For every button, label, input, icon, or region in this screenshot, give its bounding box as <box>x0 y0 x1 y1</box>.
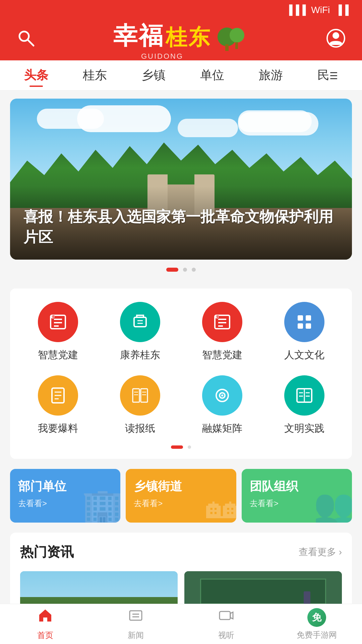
news-icon <box>128 607 144 627</box>
dot-2 <box>183 268 187 272</box>
home-icon <box>37 607 53 627</box>
icon-label-rongmei: 融媒矩阵 <box>202 422 242 435</box>
icon-label-kangyang: 康养桂东 <box>120 348 160 362</box>
icon-circle-kangyang <box>120 302 160 342</box>
svg-rect-25 <box>298 323 303 329</box>
svg-rect-31 <box>133 389 139 402</box>
video-icon <box>218 607 234 627</box>
svg-rect-26 <box>306 323 311 329</box>
app-guidong-label: GUIDONG <box>141 52 183 61</box>
icon-circle-wenming <box>284 375 324 416</box>
svg-rect-24 <box>306 315 311 321</box>
svg-text:党: 党 <box>216 315 219 319</box>
icon-item-dubaozhiue[interactable]: 读报纸 <box>99 375 181 435</box>
battery-icon: ▐▐ <box>335 5 349 15</box>
bottom-nav-home-label: 首页 <box>37 630 53 641</box>
bottom-nav-video-label: 视听 <box>218 630 234 641</box>
banner-dots <box>0 268 362 272</box>
dot-1 <box>166 268 178 272</box>
icon-label-zhihuidangjian2: 智慧党建 <box>202 348 242 362</box>
bottom-nav-news[interactable]: 新闻 <box>90 607 181 641</box>
icon-item-renwenwenhua[interactable]: 人文文化 <box>263 302 345 362</box>
icon-item-zhihuidangjian1[interactable]: 党 智慧党建 <box>17 302 99 362</box>
nav-tab-lvyou[interactable]: 旅游 <box>253 64 288 86</box>
icon-label-renwenwenhua: 人文文化 <box>284 348 324 362</box>
nav-tab-toutiao[interactable]: 头条 <box>19 64 54 86</box>
svg-rect-4 <box>225 44 229 51</box>
status-icons: ▐▐▐ WiFi ▐▐ <box>286 5 349 15</box>
cat-card-xiangzhenJiedao[interactable]: 乡镇街道 去看看> 🏘 <box>126 469 236 523</box>
category-cards: 部门单位 去看看> 🏢 乡镇街道 去看看> 🏘 团队组织 去看看> 👥 <box>10 469 352 523</box>
cat-icon-bumenDanwei: 🏢 <box>82 486 120 523</box>
icon-item-zhihuidangjian2[interactable]: 党 智慧党建 <box>181 302 263 362</box>
tree-icon <box>215 27 249 54</box>
nav-tab-xiangzhen[interactable]: 乡镇 <box>136 64 171 86</box>
mianfei-logo: 免 <box>307 608 326 627</box>
dot-3 <box>192 268 196 272</box>
nav-tabs: 头条 桂东 乡镇 单位 旅游 民☰ <box>0 60 362 91</box>
svg-rect-49 <box>220 611 230 620</box>
bottom-nav-home[interactable]: 首页 <box>0 607 90 641</box>
icon-item-wenming[interactable]: 文明实践 <box>263 375 345 435</box>
user-icon[interactable] <box>326 29 345 52</box>
wifi-icon: WiFi <box>311 5 330 15</box>
bottom-nav: 首页 新闻 视听 免 免费手游网 <box>0 604 362 644</box>
bottom-nav-mianfei-label: 免费手游网 <box>297 630 337 640</box>
bottom-nav-mianfei[interactable]: 免 免费手游网 <box>272 608 362 640</box>
app-title-sub: 桂东 <box>166 23 211 52</box>
status-bar: ▐▐▐ WiFi ▐▐ <box>0 0 362 20</box>
icon-item-wobaoliao[interactable]: 我要爆料 <box>17 375 99 435</box>
icon-circle-dubaozhiue <box>120 375 160 416</box>
grid-pagination-dots <box>17 445 345 449</box>
cat-icon-xiangzhenJiedao: 🏘 <box>206 487 236 523</box>
app-header: 幸福 桂东 GUIDONG <box>0 20 362 60</box>
hot-news-more-arrow: › <box>339 547 342 557</box>
nav-tab-danwei[interactable]: 单位 <box>195 64 230 86</box>
icon-label-wobaoliao: 我要爆料 <box>38 422 78 435</box>
svg-rect-32 <box>141 389 147 402</box>
nav-tab-guidong[interactable]: 桂东 <box>77 64 112 86</box>
nav-tab-minsheng[interactable]: 民☰ <box>312 64 343 86</box>
grid-dot-2 <box>188 445 191 449</box>
icon-circle-rongmei <box>202 375 242 416</box>
app-title-main: 幸福 <box>113 20 164 52</box>
svg-rect-5 <box>235 42 238 49</box>
icon-circle-renwenwenhua <box>284 302 324 342</box>
hot-news-header: 热门资讯 查看更多 › <box>20 543 342 561</box>
grid-dot-1 <box>171 445 183 449</box>
app-title-block: 幸福 桂东 GUIDONG <box>113 20 249 61</box>
cat-icon-tuanduiZuzhi: 👥 <box>313 486 352 523</box>
icon-label-dubaozhiue: 读报纸 <box>125 422 155 435</box>
search-icon[interactable] <box>17 29 36 52</box>
banner-carousel[interactable]: 喜报！桂东县入选国家第一批革命文物保护利用片区 <box>10 99 352 260</box>
svg-point-3 <box>230 28 244 43</box>
svg-point-7 <box>333 32 339 39</box>
icon-circle-zhihuidangjian1: 党 <box>38 302 78 342</box>
icon-grid-container: 党 智慧党建 康养桂东 <box>10 288 352 459</box>
signal-icon: ▐▐▐ <box>286 5 306 15</box>
icon-circle-wobaoliao <box>38 375 78 416</box>
svg-rect-14 <box>134 317 146 327</box>
svg-rect-46 <box>130 611 142 620</box>
svg-point-39 <box>221 394 223 396</box>
hot-news-more-label: 查看更多 <box>299 546 336 558</box>
icon-item-kangyang[interactable]: 康养桂东 <box>99 302 181 362</box>
icon-label-zhihuidangjian1: 智慧党建 <box>38 348 78 362</box>
cat-card-bumenDanwei[interactable]: 部门单位 去看看> 🏢 <box>10 469 120 523</box>
icon-label-wenming: 文明实践 <box>284 422 324 435</box>
banner-caption: 喜报！桂东县入选国家第一批革命文物保护利用片区 <box>10 186 352 260</box>
bottom-nav-news-label: 新闻 <box>128 630 144 641</box>
hot-news-title: 热门资讯 <box>20 543 74 561</box>
icon-grid: 党 智慧党建 康养桂东 <box>17 302 345 435</box>
icon-circle-zhihuidangjian2: 党 <box>202 302 242 342</box>
bottom-nav-video[interactable]: 视听 <box>181 607 272 641</box>
cat-card-tuanduiZuzhi[interactable]: 团队组织 去看看> 👥 <box>242 469 352 523</box>
hot-news-more[interactable]: 查看更多 › <box>299 546 342 558</box>
svg-line-1 <box>27 40 34 46</box>
svg-rect-23 <box>298 315 303 321</box>
icon-item-rongmei[interactable]: 融媒矩阵 <box>181 375 263 435</box>
svg-text:党: 党 <box>52 315 55 319</box>
